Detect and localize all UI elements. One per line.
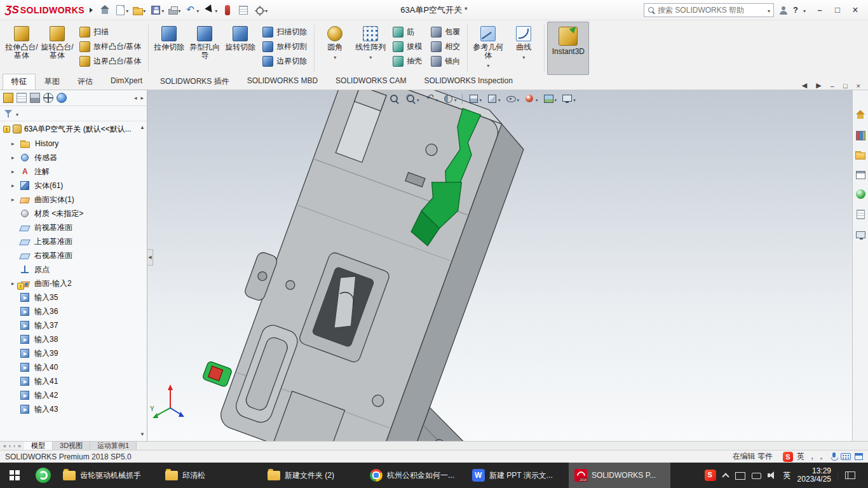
nav-left-icon[interactable]: ◂ [134, 95, 137, 101]
boundary-boss-button[interactable]: 边界凸台/基体 [75, 55, 146, 67]
green-browser-button[interactable] [29, 463, 57, 488]
pane-left-icon[interactable]: ◀ [802, 81, 807, 90]
filter-dropdown-icon[interactable] [16, 109, 18, 118]
taskbar-app[interactable]: 新建文件夹 (2) [262, 463, 363, 488]
tree-item[interactable]: 实体(61) [0, 179, 147, 193]
wrap-button[interactable]: 包覆 [426, 26, 465, 38]
hud-button[interactable] [506, 93, 520, 104]
draft-button[interactable]: 拔模 [388, 41, 426, 53]
featuremanager-tree-icon[interactable] [3, 93, 13, 103]
tree-item[interactable]: 输入38 [0, 332, 147, 346]
configuration-manager-icon[interactable] [30, 93, 40, 103]
toolbar-button[interactable] [98, 3, 112, 17]
last-tab-icon[interactable]: » [18, 443, 21, 449]
usb-icon[interactable] [752, 473, 761, 479]
ime-comma-mode[interactable]: ， [808, 451, 816, 462]
rib-button[interactable]: 筋 [388, 26, 426, 38]
tree-item[interactable]: 上视基准面 [0, 234, 147, 248]
view-palette-icon[interactable] [856, 171, 865, 179]
fillet-button[interactable]: 圆角 [317, 22, 353, 75]
swept-cut-button[interactable]: 扫描切除 [258, 26, 311, 38]
hud-button[interactable] [443, 93, 457, 104]
display-manager-icon[interactable] [57, 93, 67, 103]
hud-button[interactable] [524, 93, 538, 104]
volume-icon[interactable] [768, 471, 777, 479]
taskbar-app[interactable]: SOLIDWORKS P... [569, 463, 670, 488]
tree-item[interactable]: 曲面实体(1) [0, 193, 147, 207]
tree-item[interactable]: 输入36 [0, 304, 147, 318]
maximize-button[interactable] [829, 3, 846, 18]
toolbar-button[interactable] [202, 3, 219, 17]
taskbar-app[interactable]: 杭州公积金如何一... [364, 463, 466, 488]
extruded-boss-base-button[interactable]: 拉伸凸台/基体 [4, 22, 39, 75]
taskbar-clock[interactable]: 13:29 2023/4/25 [797, 467, 831, 484]
expand-arrow-icon[interactable] [11, 168, 18, 175]
display-icon[interactable] [735, 472, 745, 480]
sogou-ime-icon[interactable]: S [783, 452, 793, 462]
tree-root-item[interactable]: ! 63A单P空气开关 (默认<<默认... [0, 121, 147, 137]
expand-arrow-icon[interactable] [11, 154, 18, 161]
search-input[interactable] [658, 6, 765, 15]
mic-icon[interactable] [831, 452, 837, 461]
toolbar-button[interactable] [220, 3, 234, 17]
ime-toolbox-icon[interactable] [855, 453, 863, 460]
toolbar-button[interactable] [236, 3, 250, 17]
first-tab-icon[interactable]: « [3, 443, 6, 449]
search-dropdown-icon[interactable] [768, 6, 770, 15]
toolbar-button[interactable] [167, 4, 182, 16]
taskbar-app[interactable]: 齿轮驱动机械抓手 [57, 463, 159, 488]
user-account-icon[interactable] [779, 6, 788, 15]
start-button[interactable] [0, 463, 29, 488]
hud-button[interactable] [462, 94, 463, 104]
custom-properties-icon[interactable] [857, 210, 865, 219]
taskbar-app[interactable]: 邱清松 [159, 463, 261, 488]
help-search-box[interactable] [644, 3, 774, 17]
tree-item[interactable]: 输入40 [0, 360, 147, 374]
doc-minimize-icon[interactable]: – [831, 82, 834, 90]
tree-item[interactable]: 输入37 [0, 318, 147, 332]
panel-splitter-handle[interactable] [147, 249, 153, 266]
home-icon[interactable] [855, 109, 866, 120]
propertymanager-icon[interactable] [17, 93, 27, 103]
doc-close-icon[interactable]: × [857, 82, 860, 90]
ribbon-tab[interactable]: SOLIDWORKS MBD [238, 74, 327, 90]
taskbar-app[interactable]: 新建 PPT 演示文... [466, 463, 568, 488]
ribbon-tab[interactable]: 草图 [36, 74, 69, 90]
revolved-cut-button[interactable]: 旋转切除 [222, 22, 258, 75]
tray-language-indicator[interactable]: 英 [783, 470, 791, 481]
close-button[interactable] [846, 3, 864, 18]
help-dropdown-icon[interactable] [803, 6, 806, 15]
ribbon-tab[interactable]: 特征 [3, 74, 36, 90]
expand-arrow-icon[interactable] [11, 196, 18, 203]
instant3d-button[interactable]: Instant3D [547, 22, 589, 75]
intersect-button[interactable]: 相交 [426, 41, 465, 53]
expand-arrow-icon[interactable] [11, 182, 18, 189]
hud-button[interactable] [487, 93, 501, 104]
tree-item[interactable]: 注解 [0, 165, 147, 179]
hud-button[interactable] [468, 93, 482, 104]
file-explorer-icon[interactable] [855, 152, 865, 159]
tree-item[interactable]: 传感器 [0, 151, 147, 165]
hud-button[interactable] [543, 93, 557, 104]
prev-tab-icon[interactable]: ‹ [9, 443, 11, 449]
tree-item[interactable]: 输入42 [0, 388, 147, 402]
ribbon-tab[interactable]: SOLIDWORKS Inspection [415, 74, 521, 90]
keyboard-icon[interactable] [841, 453, 851, 460]
menu-expand-icon[interactable] [90, 8, 93, 13]
doc-restore-icon[interactable]: □ [843, 82, 848, 90]
dimxpert-manager-icon[interactable] [43, 93, 53, 103]
tree-item[interactable]: 前视基准面 [0, 220, 147, 234]
tree-scroll-down[interactable]: ▼ [140, 431, 145, 437]
manager-tab-nav[interactable]: ◂ ▸ [134, 95, 144, 101]
tree-filter[interactable] [0, 106, 147, 121]
tree-item[interactable]: 输入43 [0, 402, 147, 416]
tree-item[interactable]: 曲面-输入2 [0, 276, 147, 290]
ribbon-tab[interactable]: 评估 [69, 74, 102, 90]
toolbar-button[interactable] [184, 3, 200, 17]
action-center-button[interactable] [837, 471, 862, 479]
toolbar-button[interactable] [252, 3, 269, 17]
toolbar-button[interactable] [149, 3, 165, 17]
model-tab[interactable]: 模型 [24, 442, 53, 450]
toolbar-button[interactable] [132, 4, 147, 17]
design-library-icon[interactable] [856, 131, 865, 140]
